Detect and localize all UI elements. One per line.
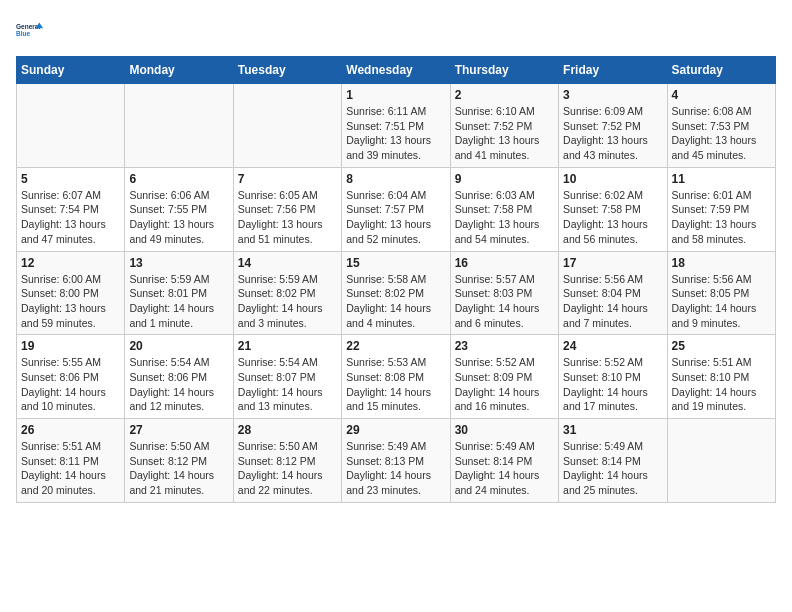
day-info: Sunrise: 6:10 AM Sunset: 7:52 PM Dayligh… (455, 104, 554, 163)
day-number: 30 (455, 423, 554, 437)
day-info: Sunrise: 5:50 AM Sunset: 8:12 PM Dayligh… (129, 439, 228, 498)
svg-text:Blue: Blue (16, 30, 30, 37)
day-info: Sunrise: 5:51 AM Sunset: 8:11 PM Dayligh… (21, 439, 120, 498)
day-number: 29 (346, 423, 445, 437)
day-info: Sunrise: 6:02 AM Sunset: 7:58 PM Dayligh… (563, 188, 662, 247)
day-info: Sunrise: 5:58 AM Sunset: 8:02 PM Dayligh… (346, 272, 445, 331)
calendar-day-2: 2Sunrise: 6:10 AM Sunset: 7:52 PM Daylig… (450, 84, 558, 168)
calendar-table: SundayMondayTuesdayWednesdayThursdayFrid… (16, 56, 776, 503)
day-info: Sunrise: 6:06 AM Sunset: 7:55 PM Dayligh… (129, 188, 228, 247)
logo-icon: GeneralBlue (16, 16, 44, 44)
day-number: 1 (346, 88, 445, 102)
day-info: Sunrise: 5:59 AM Sunset: 8:01 PM Dayligh… (129, 272, 228, 331)
day-info: Sunrise: 5:54 AM Sunset: 8:06 PM Dayligh… (129, 355, 228, 414)
day-number: 26 (21, 423, 120, 437)
day-info: Sunrise: 5:59 AM Sunset: 8:02 PM Dayligh… (238, 272, 337, 331)
day-number: 23 (455, 339, 554, 353)
weekday-header-tuesday: Tuesday (233, 57, 341, 84)
day-info: Sunrise: 6:05 AM Sunset: 7:56 PM Dayligh… (238, 188, 337, 247)
calendar-day-empty (17, 84, 125, 168)
logo: GeneralBlue (16, 16, 44, 44)
day-number: 13 (129, 256, 228, 270)
day-number: 28 (238, 423, 337, 437)
day-info: Sunrise: 6:09 AM Sunset: 7:52 PM Dayligh… (563, 104, 662, 163)
day-info: Sunrise: 5:55 AM Sunset: 8:06 PM Dayligh… (21, 355, 120, 414)
day-info: Sunrise: 6:11 AM Sunset: 7:51 PM Dayligh… (346, 104, 445, 163)
day-number: 16 (455, 256, 554, 270)
calendar-day-empty (667, 419, 775, 503)
calendar-day-12: 12Sunrise: 6:00 AM Sunset: 8:00 PM Dayli… (17, 251, 125, 335)
day-number: 22 (346, 339, 445, 353)
calendar-day-4: 4Sunrise: 6:08 AM Sunset: 7:53 PM Daylig… (667, 84, 775, 168)
day-info: Sunrise: 5:53 AM Sunset: 8:08 PM Dayligh… (346, 355, 445, 414)
calendar-day-27: 27Sunrise: 5:50 AM Sunset: 8:12 PM Dayli… (125, 419, 233, 503)
calendar-day-3: 3Sunrise: 6:09 AM Sunset: 7:52 PM Daylig… (559, 84, 667, 168)
day-number: 7 (238, 172, 337, 186)
calendar-day-24: 24Sunrise: 5:52 AM Sunset: 8:10 PM Dayli… (559, 335, 667, 419)
weekday-header-wednesday: Wednesday (342, 57, 450, 84)
calendar-week-row: 5Sunrise: 6:07 AM Sunset: 7:54 PM Daylig… (17, 167, 776, 251)
calendar-day-5: 5Sunrise: 6:07 AM Sunset: 7:54 PM Daylig… (17, 167, 125, 251)
calendar-day-16: 16Sunrise: 5:57 AM Sunset: 8:03 PM Dayli… (450, 251, 558, 335)
day-number: 25 (672, 339, 771, 353)
day-info: Sunrise: 5:52 AM Sunset: 8:09 PM Dayligh… (455, 355, 554, 414)
day-info: Sunrise: 5:52 AM Sunset: 8:10 PM Dayligh… (563, 355, 662, 414)
day-number: 24 (563, 339, 662, 353)
calendar-day-19: 19Sunrise: 5:55 AM Sunset: 8:06 PM Dayli… (17, 335, 125, 419)
weekday-header-saturday: Saturday (667, 57, 775, 84)
calendar-day-empty (125, 84, 233, 168)
day-info: Sunrise: 6:00 AM Sunset: 8:00 PM Dayligh… (21, 272, 120, 331)
day-info: Sunrise: 5:50 AM Sunset: 8:12 PM Dayligh… (238, 439, 337, 498)
day-number: 9 (455, 172, 554, 186)
day-number: 5 (21, 172, 120, 186)
day-info: Sunrise: 5:56 AM Sunset: 8:04 PM Dayligh… (563, 272, 662, 331)
day-number: 31 (563, 423, 662, 437)
calendar-day-26: 26Sunrise: 5:51 AM Sunset: 8:11 PM Dayli… (17, 419, 125, 503)
calendar-day-23: 23Sunrise: 5:52 AM Sunset: 8:09 PM Dayli… (450, 335, 558, 419)
day-info: Sunrise: 5:56 AM Sunset: 8:05 PM Dayligh… (672, 272, 771, 331)
calendar-day-15: 15Sunrise: 5:58 AM Sunset: 8:02 PM Dayli… (342, 251, 450, 335)
calendar-day-22: 22Sunrise: 5:53 AM Sunset: 8:08 PM Dayli… (342, 335, 450, 419)
day-number: 11 (672, 172, 771, 186)
day-number: 15 (346, 256, 445, 270)
day-number: 8 (346, 172, 445, 186)
calendar-day-21: 21Sunrise: 5:54 AM Sunset: 8:07 PM Dayli… (233, 335, 341, 419)
day-info: Sunrise: 5:54 AM Sunset: 8:07 PM Dayligh… (238, 355, 337, 414)
day-info: Sunrise: 5:51 AM Sunset: 8:10 PM Dayligh… (672, 355, 771, 414)
calendar-day-31: 31Sunrise: 5:49 AM Sunset: 8:14 PM Dayli… (559, 419, 667, 503)
weekday-header-friday: Friday (559, 57, 667, 84)
calendar-day-9: 9Sunrise: 6:03 AM Sunset: 7:58 PM Daylig… (450, 167, 558, 251)
day-info: Sunrise: 6:07 AM Sunset: 7:54 PM Dayligh… (21, 188, 120, 247)
calendar-day-11: 11Sunrise: 6:01 AM Sunset: 7:59 PM Dayli… (667, 167, 775, 251)
calendar-day-29: 29Sunrise: 5:49 AM Sunset: 8:13 PM Dayli… (342, 419, 450, 503)
day-number: 27 (129, 423, 228, 437)
calendar-day-14: 14Sunrise: 5:59 AM Sunset: 8:02 PM Dayli… (233, 251, 341, 335)
day-number: 20 (129, 339, 228, 353)
calendar-day-28: 28Sunrise: 5:50 AM Sunset: 8:12 PM Dayli… (233, 419, 341, 503)
day-info: Sunrise: 5:57 AM Sunset: 8:03 PM Dayligh… (455, 272, 554, 331)
weekday-header-thursday: Thursday (450, 57, 558, 84)
calendar-day-1: 1Sunrise: 6:11 AM Sunset: 7:51 PM Daylig… (342, 84, 450, 168)
calendar-day-empty (233, 84, 341, 168)
calendar-day-20: 20Sunrise: 5:54 AM Sunset: 8:06 PM Dayli… (125, 335, 233, 419)
day-number: 2 (455, 88, 554, 102)
calendar-week-row: 1Sunrise: 6:11 AM Sunset: 7:51 PM Daylig… (17, 84, 776, 168)
calendar-week-row: 12Sunrise: 6:00 AM Sunset: 8:00 PM Dayli… (17, 251, 776, 335)
day-number: 12 (21, 256, 120, 270)
weekday-header-monday: Monday (125, 57, 233, 84)
header: GeneralBlue (16, 16, 776, 44)
day-info: Sunrise: 6:01 AM Sunset: 7:59 PM Dayligh… (672, 188, 771, 247)
day-number: 19 (21, 339, 120, 353)
calendar-day-8: 8Sunrise: 6:04 AM Sunset: 7:57 PM Daylig… (342, 167, 450, 251)
calendar-week-row: 19Sunrise: 5:55 AM Sunset: 8:06 PM Dayli… (17, 335, 776, 419)
calendar-day-6: 6Sunrise: 6:06 AM Sunset: 7:55 PM Daylig… (125, 167, 233, 251)
day-info: Sunrise: 6:03 AM Sunset: 7:58 PM Dayligh… (455, 188, 554, 247)
calendar-day-10: 10Sunrise: 6:02 AM Sunset: 7:58 PM Dayli… (559, 167, 667, 251)
day-info: Sunrise: 5:49 AM Sunset: 8:14 PM Dayligh… (563, 439, 662, 498)
day-number: 18 (672, 256, 771, 270)
calendar-day-18: 18Sunrise: 5:56 AM Sunset: 8:05 PM Dayli… (667, 251, 775, 335)
day-number: 14 (238, 256, 337, 270)
day-info: Sunrise: 6:08 AM Sunset: 7:53 PM Dayligh… (672, 104, 771, 163)
day-number: 3 (563, 88, 662, 102)
day-number: 21 (238, 339, 337, 353)
